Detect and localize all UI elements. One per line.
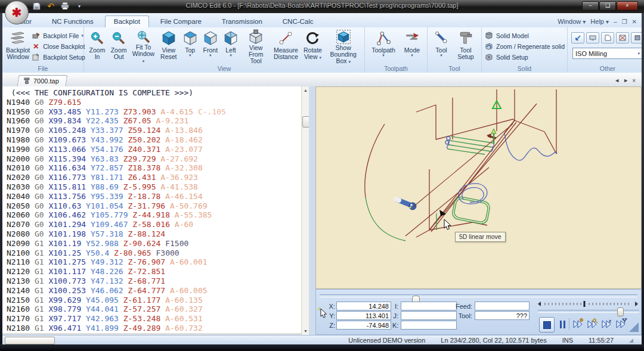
code-line[interactable]: N2100 G1 X101.25 Y50.4 Z-80.965 F3000	[7, 249, 301, 258]
view-top-button[interactable]: Top▾	[180, 29, 200, 64]
other-tool-button-4[interactable]	[616, 32, 629, 44]
close-button[interactable]: ×	[617, 1, 638, 11]
i-field[interactable]	[401, 302, 457, 310]
doc-close-button[interactable]: ✕	[632, 18, 637, 25]
window-menu[interactable]: Window ▾	[558, 18, 586, 25]
save-icon[interactable]	[31, 1, 42, 11]
feed-field[interactable]	[475, 302, 530, 310]
code-line[interactable]: N2120 G1 X101.117 Y48.226 Z-72.851	[7, 267, 301, 277]
code-line[interactable]: N2160 G1 X98.779 Y44.041 Z-57.257 A-60.3…	[7, 305, 301, 314]
close-backplot-button[interactable]: ✕ Close Backplot	[31, 41, 85, 51]
stop-button[interactable]	[539, 317, 555, 333]
other-tool-button-1[interactable]	[571, 32, 584, 44]
app-logo[interactable]: ✱	[5, 1, 29, 24]
code-line[interactable]: N2000 G0 X115.394 Y63.83 Z29.729 A-27.69…	[7, 154, 301, 164]
step-search-button[interactable]	[587, 318, 599, 329]
solid-model-button[interactable]: Solid Model	[484, 30, 565, 41]
help-menu[interactable]: Help ▾	[590, 18, 609, 25]
speed-slider[interactable]	[538, 310, 639, 313]
gcode-editor[interactable]: (<<< THE CONFIGURATION IS COMPLETE >>>)N…	[2, 86, 301, 335]
zoom-regenerate-solid-button[interactable]: Zoom / Regenerate solid	[484, 41, 565, 51]
code-line[interactable]: (<<< THE CONFIGURATION IS COMPLETE >>>)	[7, 88, 301, 98]
doc-minimize-button[interactable]: –	[614, 18, 617, 25]
pause-button[interactable]	[557, 319, 568, 329]
code-line[interactable]: N1960 G0 X99.834 Y22.435 Z67.05 A-9.231	[7, 116, 301, 126]
editor-horizontal-scrollbar-thumb[interactable]	[5, 337, 55, 344]
measure-distance-button[interactable]: Measure Distance	[271, 29, 301, 64]
tool-field[interactable]	[475, 311, 530, 320]
zoom-out-button[interactable]: Zoom Out	[108, 29, 129, 64]
j-field[interactable]	[401, 311, 457, 320]
tab-backplot[interactable]: Backplot	[105, 15, 149, 27]
code-line[interactable]: N2170 G1 X97.717 Y42.963 Z-53.248 A-60.5…	[7, 314, 301, 324]
step-forward-button[interactable]	[572, 318, 584, 329]
code-line[interactable]: N2150 G1 X99.629 Y45.095 Z-61.177 A-60.1…	[7, 296, 301, 305]
code-line[interactable]: N2010 G0 X116.634 Y72.857 Z18.378 A-32.3…	[7, 163, 301, 173]
toolpath-button[interactable]: Toolpath▾	[367, 29, 400, 64]
view-reset-button[interactable]: View Reset	[157, 29, 180, 64]
code-line[interactable]: N1940 G0 Z79.615	[7, 98, 301, 107]
speed-tick-scale[interactable]	[537, 300, 639, 307]
step-tool-change-button[interactable]	[615, 318, 627, 329]
code-line[interactable]: N1970 G0 X105.248 Y33.377 Z59.124 A-13.8…	[7, 126, 301, 135]
k-field[interactable]	[401, 321, 457, 330]
code-line[interactable]: N2180 G1 X96.471 Y41.899 Z-49.289 A-60.7…	[7, 324, 301, 333]
minimize-button[interactable]: –	[582, 1, 599, 11]
tab-cnc-calc[interactable]: CNC-Calc	[274, 15, 323, 27]
mode-button[interactable]: Mode▾	[400, 29, 425, 64]
fit-to-window-button[interactable]: Fit To Window ▾	[129, 29, 157, 64]
rotate-view-button[interactable]: Rotate View ▾	[301, 29, 325, 64]
editor-vertical-scrollbar[interactable]: ▲ ▼	[301, 86, 309, 335]
progress-slider[interactable]	[320, 294, 637, 297]
qat-customize-chevron-icon[interactable]: ▾	[74, 1, 85, 11]
backplot-viewport[interactable]: 5D linear move	[315, 86, 642, 289]
view-left-button[interactable]: Left▾	[221, 29, 241, 64]
code-line[interactable]: N2060 G0 X106.462 Y105.779 Z-44.918 A-55…	[7, 210, 301, 220]
speed-slider-thumb[interactable]	[617, 307, 624, 316]
code-line[interactable]: N2070 G0 X101.294 Y109.467 Z-58.016 A-60	[7, 220, 301, 229]
print-icon[interactable]	[60, 1, 70, 11]
solid-setup-button[interactable]: Solid Setup	[484, 52, 565, 62]
tab-file-compare[interactable]: File Compare	[151, 15, 210, 27]
maximize-button[interactable]: ❑	[599, 1, 616, 11]
code-line[interactable]: N2080 G0 X101.198 Y57.318 Z-88.124	[7, 229, 301, 239]
code-line[interactable]: N1980 G0 X109.673 Y43.992 Z50.202 A-18.4…	[7, 135, 301, 145]
code-line[interactable]: N2040 G0 X113.756 Y95.339 Z-18.78 A-46.1…	[7, 192, 301, 201]
step-z-change-button[interactable]: z	[601, 318, 613, 329]
y-field[interactable]	[336, 311, 391, 320]
doc-restore-button[interactable]: ❐	[622, 18, 627, 25]
tab-nc-functions[interactable]: NC Functions	[43, 15, 103, 27]
zoom-in-button[interactable]: Zoom In	[86, 29, 108, 64]
code-line[interactable]: N2130 G1 X100.773 Y47.132 Z-68.771	[7, 277, 301, 286]
tab-scroll-right-icon[interactable]: ►	[623, 77, 628, 84]
code-line[interactable]: N2030 G0 X115.811 Y88.69 Z-5.995 A-41.53…	[7, 182, 301, 192]
backplot-setup-button[interactable]: Backplot Setup	[31, 52, 85, 62]
panel-resize-grip[interactable]	[629, 322, 639, 332]
dropdown-arrow-icon: ▾	[371, 54, 395, 57]
machine-preset-select[interactable]: ISO Milling ▾	[572, 48, 643, 59]
document-tab[interactable]: 7000.tap	[17, 75, 67, 86]
show-bounding-box-button[interactable]: Show Bounding Box ▾	[324, 29, 362, 64]
code-line[interactable]: N2050 G0 X110.63 Y101.054 Z-31.796 A-50.…	[7, 201, 301, 211]
code-line[interactable]: N2090 G1 X101.19 Y52.988 Z-90.624 F1500	[7, 239, 301, 249]
x-field[interactable]	[336, 302, 391, 310]
tool-setup-button[interactable]: Tool Setup	[453, 29, 479, 64]
other-tool-button-2[interactable]	[586, 32, 599, 44]
z-field[interactable]	[336, 321, 391, 330]
backplot-file-button[interactable]: Backplot File▾	[31, 30, 85, 41]
backplot-window-button[interactable]: Backplot Window	[5, 29, 31, 64]
code-line[interactable]: N2140 G1 X100.253 Y46.062 Z-64.777 A-60.…	[7, 286, 301, 296]
tool-button[interactable]: Tool▾	[430, 29, 453, 64]
code-line[interactable]: N1990 G0 X113.066 Y54.176 Z40.371 A-23.0…	[7, 145, 301, 154]
code-line[interactable]: N2020 G0 X116.773 Y81.171 Z6.431 A-36.92…	[7, 173, 301, 182]
tab-close-icon[interactable]: ×	[632, 77, 636, 84]
tab-scroll-left-icon[interactable]: ◄	[614, 77, 620, 84]
undo-icon[interactable]: ↶	[45, 1, 56, 11]
view-front-button[interactable]: Front▾	[200, 29, 221, 64]
code-line[interactable]: N2110 G1 X101.275 Y49.312 Z-76.907 A-60.…	[7, 257, 301, 267]
tab-transmission[interactable]: Transmission	[213, 15, 271, 27]
code-line[interactable]: N1950 G0 X93.485 Y11.273 Z73.903 A-4.615…	[7, 107, 301, 117]
other-tool-button-3[interactable]	[601, 32, 614, 44]
view-from-tool-button[interactable]: View From Tool	[241, 29, 271, 64]
pane-splitter[interactable]	[309, 86, 315, 335]
